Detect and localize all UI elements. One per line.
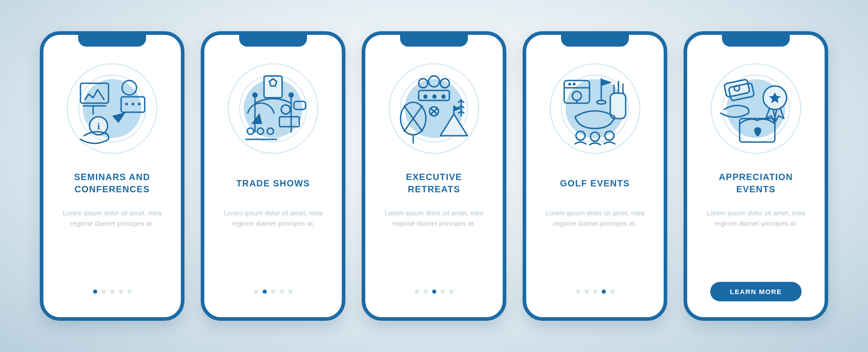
screen-description: Lorem ipsum dolor sit amet, mea regione …: [698, 208, 814, 239]
pagination-dot[interactable]: [263, 290, 267, 294]
phone-mockup: GOLF EVENTSLorem ipsum dolor sit amet, m…: [523, 31, 667, 321]
phone-notch: [722, 34, 790, 47]
seminars-icon: i: [65, 61, 160, 156]
svg-point-9: [252, 92, 258, 98]
svg-point-26: [572, 91, 581, 100]
phone-mockup: i SEMINARS AND CONFERENCESLorem ipsum do…: [40, 31, 184, 321]
pagination-dot[interactable]: [119, 290, 123, 294]
svg-point-15: [257, 128, 264, 134]
tradeshow-icon: [226, 61, 321, 156]
svg-point-27: [597, 100, 606, 104]
svg-point-25: [573, 83, 576, 86]
screen-title: SEMINARS AND CONFERENCES: [54, 169, 170, 198]
pagination-dot[interactable]: [432, 290, 436, 294]
svg-point-30: [590, 132, 599, 141]
screen-title: EXECUTIVE RETREATS: [376, 169, 492, 198]
pagination-dot[interactable]: [441, 290, 445, 294]
onboarding-row: i SEMINARS AND CONFERENCESLorem ipsum do…: [40, 31, 828, 321]
svg-point-31: [605, 131, 614, 140]
svg-rect-32: [724, 79, 750, 97]
screen-bottom: [215, 278, 331, 304]
svg-point-19: [440, 79, 449, 88]
pagination-dot[interactable]: [288, 290, 292, 294]
pagination-dot[interactable]: [602, 290, 606, 294]
svg-rect-13: [294, 101, 306, 109]
pagination-dot[interactable]: [415, 290, 419, 294]
screen-title: GOLF EVENTS: [557, 169, 633, 198]
svg-point-17: [419, 79, 428, 88]
pagination-dot[interactable]: [449, 290, 453, 294]
phone-notch: [400, 34, 468, 47]
pagination-dots: [415, 290, 453, 294]
svg-point-5: [138, 103, 141, 105]
svg-rect-0: [80, 83, 108, 103]
pagination-dot[interactable]: [593, 290, 597, 294]
pagination-dot[interactable]: [102, 290, 106, 294]
pagination-dots: [93, 290, 132, 294]
pagination-dot[interactable]: [610, 290, 614, 294]
phone-notch: [239, 34, 307, 47]
screen-bottom: [376, 278, 492, 304]
svg-point-10: [288, 92, 294, 98]
pagination-dot[interactable]: [585, 290, 589, 294]
svg-point-18: [429, 76, 439, 87]
retreats-icon: [387, 61, 481, 156]
svg-point-11: [281, 105, 290, 114]
pagination-dot[interactable]: [280, 290, 284, 294]
phone-mockup: EXECUTIVE RETREATSLorem ipsum dolor sit …: [362, 31, 506, 321]
svg-point-16: [267, 128, 274, 134]
screen-description: Lorem ipsum dolor sit amet, mea regione …: [376, 208, 492, 239]
screen-description: Lorem ipsum dolor sit amet, mea regione …: [215, 208, 331, 239]
svg-rect-12: [279, 117, 299, 127]
appreciation-icon: [708, 61, 803, 156]
svg-text:i: i: [97, 120, 100, 132]
pagination-dot[interactable]: [271, 290, 275, 294]
golf-icon: [547, 61, 642, 156]
svg-point-4: [132, 103, 134, 105]
screen-description: Lorem ipsum dolor sit amet, mea regione …: [537, 208, 653, 239]
phone-mockup: APPRECIATION EVENTSLorem ipsum dolor sit…: [684, 31, 828, 321]
svg-point-1: [122, 81, 137, 95]
screen-bottom: [537, 278, 653, 304]
pagination-dots: [254, 290, 292, 294]
svg-point-29: [576, 131, 585, 140]
screen-bottom: LEARN MORE: [698, 278, 814, 304]
phone-notch: [561, 34, 629, 47]
pagination-dots: [576, 290, 614, 294]
svg-point-3: [125, 103, 128, 105]
learn-more-button[interactable]: LEARN MORE: [710, 282, 802, 301]
screen-title: APPRECIATION EVENTS: [698, 169, 814, 198]
screen-bottom: [54, 278, 170, 304]
svg-point-24: [568, 83, 571, 86]
phone-mockup: TRADE SHOWSLorem ipsum dolor sit amet, m…: [201, 31, 345, 321]
pagination-dot[interactable]: [93, 290, 97, 294]
pagination-dot[interactable]: [127, 290, 132, 294]
pagination-dot[interactable]: [424, 290, 428, 294]
pagination-dot[interactable]: [110, 290, 114, 294]
pagination-dot[interactable]: [576, 290, 580, 294]
screen-title: TRADE SHOWS: [232, 169, 313, 198]
pagination-dot[interactable]: [254, 290, 258, 294]
screen-description: Lorem ipsum dolor sit amet, mea regione …: [54, 208, 170, 239]
svg-point-14: [247, 128, 254, 134]
phone-notch: [78, 34, 146, 47]
